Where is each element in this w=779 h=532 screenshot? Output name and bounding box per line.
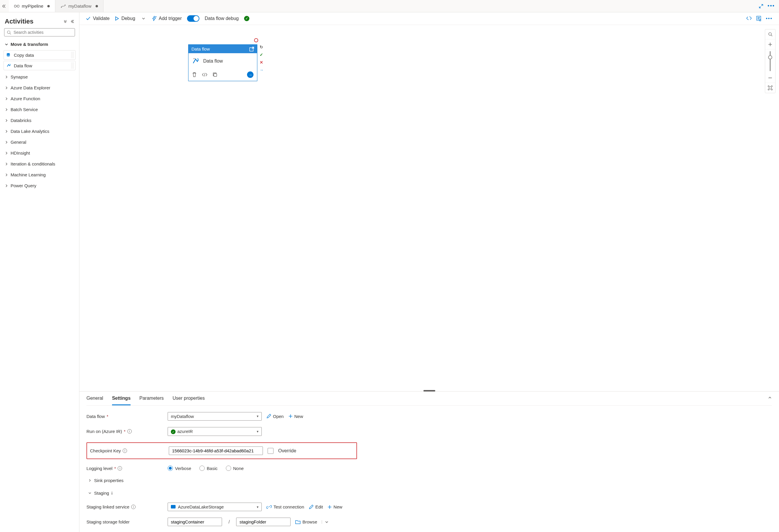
properties-icon[interactable] [756,16,761,21]
tab-general[interactable]: General [86,396,103,405]
code-view-icon[interactable] [746,16,752,21]
override-checkbox[interactable] [267,448,274,454]
port-retry-icon[interactable]: ↻ [259,44,264,50]
copy-data-icon [6,52,11,58]
dataflow-node[interactable]: Data flow Data flow → [188,44,257,81]
add-trigger-button[interactable]: Add trigger [152,16,182,21]
zoom-out-icon[interactable] [765,73,775,83]
dataflow-activity-icon [6,63,11,68]
checkpoint-key-input[interactable] [169,447,263,455]
dataflow-select[interactable]: myDataflow ▾ [168,412,262,420]
group-azure-data-explorer[interactable]: Azure Data Explorer [3,82,76,93]
chevron-right-icon [5,108,8,112]
search-input[interactable] [13,30,72,35]
logging-basic-radio[interactable]: Basic [199,466,218,471]
activity-data-flow[interactable]: Data flow [4,61,75,70]
tab-settings[interactable]: Settings [112,396,131,405]
dataflow-icon [61,4,66,9]
info-icon[interactable]: i [127,429,132,434]
open-dataflow-button[interactable]: Open [266,414,284,419]
info-icon[interactable]: i [123,449,127,453]
info-icon[interactable]: i [118,466,122,471]
validate-button[interactable]: Validate [86,16,110,21]
more-actions-icon[interactable]: ••• [766,16,773,21]
clone-icon[interactable] [213,72,217,77]
zoom-in-icon[interactable] [765,40,775,49]
info-icon[interactable]: i [131,505,135,509]
staging-folder-input[interactable] [236,518,291,526]
svg-rect-0 [14,5,16,7]
chevron-right-icon [88,479,92,482]
group-data-lake-analytics[interactable]: Data Lake Analytics [3,126,76,137]
tab-user-properties[interactable]: User properties [173,396,205,405]
properties-pane: General Settings Parameters User propert… [79,392,779,532]
browse-dropdown-icon[interactable] [322,520,328,524]
run-node-icon[interactable]: → [247,71,253,78]
browse-folder-button[interactable]: Browse [295,519,317,524]
svg-marker-7 [116,17,119,20]
chevron-right-icon [5,119,8,122]
staging-header[interactable]: Staging i [88,490,357,496]
sink-properties-header[interactable]: Sink properties [88,477,357,483]
group-power-query[interactable]: Power Query [3,180,76,191]
chevron-right-icon [5,151,8,155]
tab-parameters[interactable]: Parameters [139,396,164,405]
staging-container-input[interactable] [168,518,222,526]
debug-button[interactable]: Debug [115,16,135,21]
staging-linked-service-select[interactable]: AzureDataLakeStorage ▾ [168,503,262,511]
port-failure-icon[interactable]: ✕ [259,60,264,65]
canvas-toolbar [765,29,775,93]
zoom-slider[interactable] [765,49,775,73]
logging-none-radio[interactable]: None [226,466,244,471]
activity-copy-data[interactable]: Copy data [4,50,75,60]
svg-point-3 [65,4,66,6]
tab-strip: myPipeline myDataflow ••• [0,0,779,12]
canvas-search-icon[interactable] [765,29,775,40]
code-icon[interactable] [202,73,207,77]
delete-icon[interactable] [192,72,197,77]
group-general[interactable]: General [3,137,76,147]
edit-icon [266,414,271,418]
chevron-down-icon [5,43,8,46]
fit-screen-icon[interactable] [765,83,775,93]
port-success-icon[interactable]: ✓ [259,52,264,57]
collapse-sidebar-icon[interactable] [70,19,74,23]
edit-linked-service-button[interactable]: Edit [309,505,323,509]
pipeline-canvas[interactable]: Data flow Data flow → ↻ [79,25,779,392]
expand-panel-button[interactable] [0,0,9,12]
maximize-icon[interactable] [759,4,764,8]
checkpoint-key-highlight: Checkpoint Key i Override [86,442,357,459]
new-linked-service-button[interactable]: New [327,505,342,509]
test-connection-button[interactable]: Test connection [266,505,304,509]
svg-point-9 [749,16,750,17]
group-batch-service[interactable]: Batch Service [3,104,76,115]
group-machine-learning[interactable]: Machine Learning [3,169,76,180]
dirty-indicator-icon [96,5,98,7]
group-iteration-conditionals[interactable]: Iteration & conditionals [3,158,76,169]
trigger-icon [152,16,157,21]
more-icon[interactable]: ••• [768,3,775,9]
dataflow-debug-toggle[interactable] [187,15,199,22]
port-completion-icon[interactable]: → [259,67,264,73]
integration-runtime-select[interactable]: ✓azureIR ▾ [168,427,262,436]
node-type-label: Data flow [191,47,210,52]
group-move-transform[interactable]: Move & transform [3,40,76,49]
info-icon[interactable]: i [112,490,112,495]
group-hdinsight[interactable]: HDInsight [3,147,76,158]
collapse-properties-icon[interactable] [768,396,772,405]
group-synapse[interactable]: Synapse [3,71,76,82]
expand-all-icon[interactable] [63,19,67,23]
new-dataflow-button[interactable]: New [289,414,303,419]
debug-dropdown[interactable] [140,17,146,20]
logging-verbose-radio[interactable]: Verbose [168,466,191,471]
open-external-icon[interactable] [249,47,254,52]
chevron-right-icon [5,130,8,133]
chevron-down-icon [88,491,92,495]
tab-dataflow[interactable]: myDataflow [55,0,103,12]
tab-pipeline[interactable]: myPipeline [9,0,55,12]
search-activities[interactable] [4,28,75,37]
group-azure-function[interactable]: Azure Function [3,93,76,104]
drag-grip-icon [71,62,74,69]
logging-level-radios: Verbose Basic None [168,466,244,471]
group-databricks[interactable]: Databricks [3,115,76,126]
